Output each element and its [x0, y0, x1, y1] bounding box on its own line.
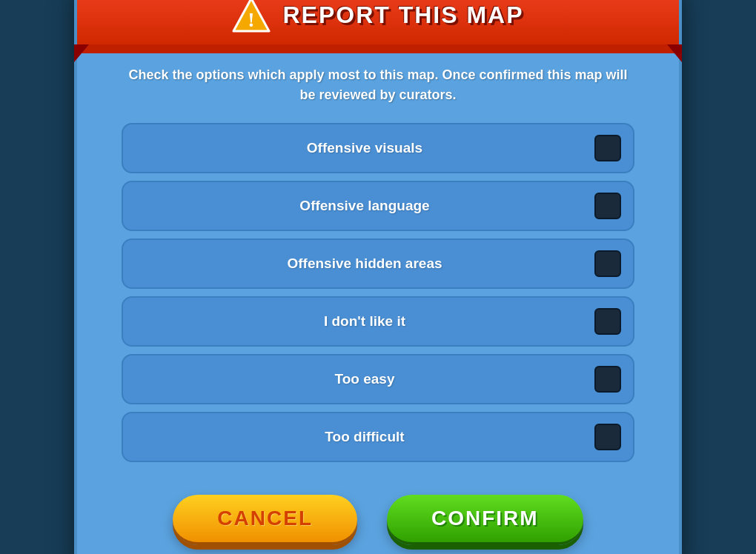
option-label-too-difficult: Too difficult	[135, 429, 594, 445]
cancel-button[interactable]: Cancel	[173, 495, 357, 545]
header-notch-left	[74, 44, 89, 62]
option-row-too-easy[interactable]: Too easy	[122, 354, 634, 404]
option-label-too-easy: Too easy	[135, 371, 594, 387]
header-notch-right	[667, 44, 682, 62]
option-row-too-difficult[interactable]: Too difficult	[122, 412, 634, 462]
option-checkbox-offensive-visuals[interactable]	[594, 135, 621, 161]
report-dialog: ! Report This Map Check the options whic…	[74, 0, 682, 554]
header-content: ! Report This Map	[232, 0, 523, 34]
option-checkbox-too-difficult[interactable]	[594, 424, 621, 450]
option-checkbox-offensive-language[interactable]	[594, 193, 621, 219]
warning-icon: !	[232, 0, 271, 34]
svg-text:!: !	[248, 8, 255, 31]
option-row-offensive-language[interactable]: Offensive language	[122, 181, 634, 231]
dialog-footer: Cancel Confirm	[77, 474, 679, 545]
options-list: Offensive visualsOffensive languageOffen…	[122, 123, 634, 462]
option-row-dont-like[interactable]: I don't like it	[122, 296, 634, 347]
option-row-offensive-visuals[interactable]: Offensive visuals	[122, 123, 634, 173]
option-label-offensive-visuals: Offensive visuals	[135, 140, 594, 156]
dialog-title: Report This Map	[282, 1, 523, 29]
dialog-header: ! Report This Map	[77, 0, 679, 44]
dialog-description: Check the options which apply most to th…	[122, 65, 634, 105]
option-checkbox-dont-like[interactable]	[594, 308, 621, 335]
confirm-button[interactable]: Confirm	[387, 495, 583, 545]
option-label-offensive-language: Offensive language	[135, 198, 594, 214]
option-label-offensive-hidden-areas: Offensive hidden areas	[135, 256, 594, 272]
option-checkbox-too-easy[interactable]	[594, 366, 621, 393]
dialog-body: Check the options which apply most to th…	[77, 44, 679, 474]
option-row-offensive-hidden-areas[interactable]: Offensive hidden areas	[122, 238, 634, 289]
option-label-dont-like: I don't like it	[135, 313, 594, 330]
option-checkbox-offensive-hidden-areas[interactable]	[594, 250, 621, 277]
